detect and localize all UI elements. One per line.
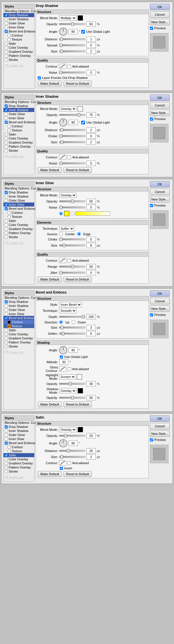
is-make-default-btn[interactable]: Make Default: [38, 167, 62, 173]
s3-satin[interactable]: Satin: [3, 219, 34, 223]
s2-coloroverlay[interactable]: Color Overlay: [3, 136, 34, 140]
ok-btn[interactable]: OK: [150, 4, 170, 10]
ig-center-radio[interactable]: [59, 232, 63, 236]
be-shadow-color[interactable]: [78, 388, 83, 393]
cancel-btn-3[interactable]: Cancel: [150, 189, 170, 195]
s3-patternoverlay[interactable]: Pattern Overlay: [3, 231, 34, 235]
layer-knocks-check[interactable]: [38, 76, 41, 79]
s4-dropshadow[interactable]: Drop Shadow: [3, 300, 34, 304]
ig-noise-input[interactable]: [86, 205, 96, 210]
s3-blending[interactable]: Blending Options: Custom: [3, 186, 34, 190]
s4-innershadow[interactable]: Inner Shadow: [3, 304, 34, 308]
styles-item-texture[interactable]: Texture: [3, 37, 34, 41]
new-style-btn-5[interactable]: New Style...: [150, 430, 170, 437]
s3-stroke[interactable]: Stroke: [3, 235, 34, 239]
s2-bevel[interactable]: Bevel and Emboss: [3, 120, 34, 124]
ig-choke-slider[interactable]: [59, 238, 85, 240]
s3-outerglow[interactable]: Outer Glow: [3, 198, 34, 202]
is-distance-input[interactable]: [86, 127, 96, 133]
s4-innerglow[interactable]: Inner Glow: [3, 312, 34, 316]
s3-coloroverlay[interactable]: Color Overlay: [3, 223, 34, 227]
be-size-slider[interactable]: [59, 327, 85, 328]
cancel-btn[interactable]: Cancel: [150, 11, 170, 18]
styles-item-innerglow[interactable]: Inner Glow: [3, 25, 34, 29]
is-antialias[interactable]: [67, 155, 71, 159]
new-style-btn[interactable]: New Style...: [150, 19, 170, 25]
ig-solid-radio[interactable]: [59, 212, 63, 216]
be-gloss-preview[interactable]: [59, 366, 66, 372]
s5-outerglow[interactable]: Outer Glow: [3, 433, 34, 437]
ig-range-input[interactable]: [86, 264, 96, 269]
ig-technique-select[interactable]: Softer: [59, 226, 74, 231]
s3-contour[interactable]: Contour: [3, 211, 34, 215]
sa-angle-dial[interactable]: [59, 439, 67, 447]
spread-input[interactable]: [86, 43, 96, 48]
sa-size-input[interactable]: [86, 454, 96, 460]
ig-antialias[interactable]: [67, 259, 71, 263]
s2-dropshadow[interactable]: Drop Shadow: [3, 104, 34, 108]
s4-coloroverlay[interactable]: Color Overlay: [3, 332, 34, 336]
sa-invert-check[interactable]: [60, 467, 63, 470]
styles-item-contour[interactable]: Contour: [3, 33, 34, 37]
size-input[interactable]: [86, 49, 96, 54]
is-global-light[interactable]: [81, 121, 85, 124]
be-antialias[interactable]: [67, 367, 71, 371]
s2-innershadow[interactable]: Inner Shadow: [3, 108, 34, 112]
is-blend-select[interactable]: Overlay: [59, 106, 77, 111]
angle-input[interactable]: [68, 29, 78, 34]
s4-blending[interactable]: Blending Options: Custom: [3, 296, 34, 300]
s4-texture[interactable]: Texture: [3, 324, 34, 328]
ig-jitter-slider[interactable]: [59, 272, 85, 274]
s5-blending[interactable]: Blending Options: Custom: [3, 421, 34, 425]
s2-contour[interactable]: Contour: [3, 124, 34, 128]
ok-btn-4[interactable]: OK: [150, 290, 170, 297]
s5-texture[interactable]: Texture: [3, 449, 34, 453]
size-slider[interactable]: [59, 50, 85, 52]
ok-btn-3[interactable]: OK: [150, 181, 170, 187]
be-angle-input[interactable]: [68, 348, 78, 353]
s4-outerglow[interactable]: Outer Glow: [3, 308, 34, 312]
be-soften-input[interactable]: [86, 331, 96, 336]
styles-item-coloroverlay[interactable]: Color Overlay: [3, 46, 34, 50]
spread-slider[interactable]: [59, 44, 85, 46]
sa-distance-input[interactable]: [86, 448, 96, 453]
ok-btn-5[interactable]: OK: [150, 415, 170, 422]
s3-texture[interactable]: Texture: [3, 215, 34, 219]
be-depth-input[interactable]: [86, 314, 96, 319]
s4-stroke[interactable]: Stroke: [3, 344, 34, 348]
antialias-check[interactable]: [67, 65, 71, 68]
be-highlight-color[interactable]: [77, 374, 82, 379]
is-noise-input[interactable]: [86, 161, 96, 166]
s4-patternoverlay[interactable]: Pattern Overlay: [3, 340, 34, 344]
opacity-input[interactable]: [86, 21, 96, 27]
sa-opacity-slider[interactable]: [59, 435, 85, 437]
styles-item-blending[interactable]: Blending Options: Custom: [3, 9, 34, 13]
ig-opacity-slider[interactable]: [59, 200, 85, 202]
new-style-btn-4[interactable]: New Style...: [150, 305, 170, 312]
sa-color-swatch[interactable]: [78, 427, 83, 432]
s3-innershadow[interactable]: Inner Shadow: [3, 194, 34, 198]
ig-gradient-bar[interactable]: [75, 211, 110, 216]
is-color-swatch[interactable]: [78, 106, 83, 111]
be-up-radio[interactable]: [59, 320, 63, 324]
s3-innerglow[interactable]: Inner Glow: [3, 202, 34, 207]
is-reset-default-btn[interactable]: Reset to Default: [64, 167, 92, 173]
be-technique-select[interactable]: Smooth: [59, 308, 77, 313]
is-angle-input[interactable]: [68, 120, 78, 125]
be-highlight-op-slider[interactable]: [59, 383, 85, 385]
preview-check-3[interactable]: [150, 204, 153, 207]
cancel-btn-2[interactable]: Cancel: [150, 102, 170, 108]
ig-contour-preview[interactable]: [59, 258, 66, 263]
s5-dropshadow[interactable]: Drop Shadow: [3, 425, 34, 429]
s4-contour[interactable]: Contour: [3, 320, 34, 324]
s3-dropshadow[interactable]: Drop Shadow: [3, 190, 34, 194]
new-style-btn-3[interactable]: New Style...: [150, 196, 170, 202]
be-shadow-select[interactable]: Overlay: [59, 388, 77, 393]
new-style-btn-2[interactable]: New Style...: [150, 110, 170, 116]
is-distance-slider[interactable]: [59, 129, 85, 131]
s2-stroke[interactable]: Stroke: [3, 149, 34, 153]
s5-gradoverlay[interactable]: Gradient Overlay: [3, 461, 34, 465]
sa-make-default-btn[interactable]: Make Default: [38, 471, 62, 477]
be-global-light[interactable]: [60, 355, 63, 359]
contour-preview[interactable]: [59, 64, 66, 69]
